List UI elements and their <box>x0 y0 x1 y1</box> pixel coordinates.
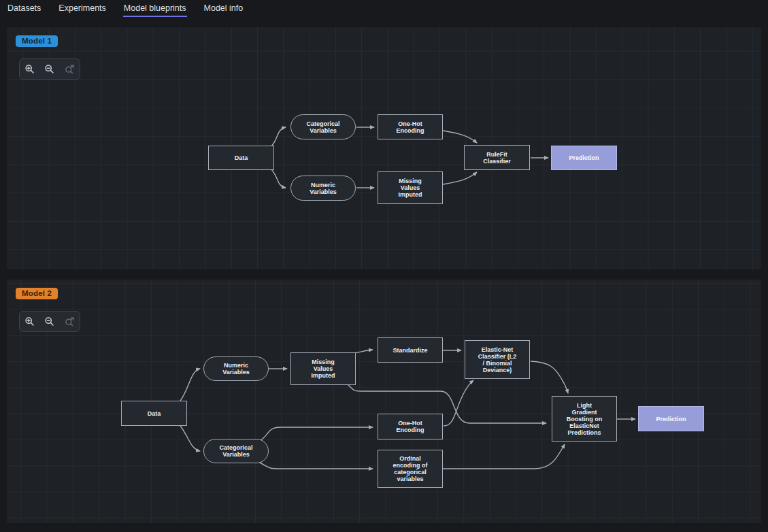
zoom-toolbar <box>19 59 80 80</box>
node-data[interactable]: Data <box>121 401 187 426</box>
tab-experiments[interactable]: Experiments <box>58 0 106 17</box>
zoom-in-button[interactable] <box>22 314 38 330</box>
node-categorical-variables[interactable]: Categorical Variables <box>203 439 269 463</box>
model-2-badge: Model 2 <box>16 288 58 299</box>
zoom-in-icon <box>24 316 35 327</box>
node-numeric-variables[interactable]: Numeric Variables <box>203 356 269 381</box>
zoom-in-button[interactable] <box>22 61 38 78</box>
blueprint-edges <box>7 27 761 269</box>
zoom-out-icon <box>44 64 54 74</box>
model-1-blueprint-panel: Model 1 DataCategorical VariablesOne-Hot… <box>7 27 761 269</box>
node-one-hot-encoding[interactable]: One-Hot Encoding <box>378 114 443 139</box>
edge-one-hot-encoding-to-elastic-net-classifier <box>444 380 473 426</box>
tab-datasets[interactable]: Datasets <box>7 0 41 17</box>
edge-data-to-categorical-variables <box>271 127 286 147</box>
edge-one-hot-encoding-to-rulefit-classifier <box>443 131 477 143</box>
node-categorical-variables[interactable]: Categorical Variables <box>290 114 356 139</box>
node-missing-values-imputed[interactable]: Missing Values Imputed <box>290 352 356 385</box>
model-1-badge: Model 1 <box>16 35 58 47</box>
zoom-fit-button[interactable] <box>61 61 78 78</box>
node-numeric-variables[interactable]: Numeric Variables <box>290 176 356 201</box>
node-prediction[interactable]: Prediction <box>638 406 704 431</box>
node-one-hot-encoding[interactable]: One-Hot Encoding <box>378 414 443 439</box>
tab-model-info[interactable]: Model info <box>203 0 244 17</box>
node-data[interactable]: Data <box>208 146 274 170</box>
edge-ordinal-encoding-to-light-gradient-boosting <box>443 444 565 469</box>
zoom-fit-icon <box>65 64 75 74</box>
tab-model-blueprints[interactable]: Model blueprints <box>123 0 187 17</box>
edge-data-to-numeric-variables <box>271 169 286 188</box>
edge-data-to-numeric-variables <box>180 369 200 401</box>
zoom-out-icon <box>44 316 54 327</box>
top-nav: Datasets Experiments Model blueprints Mo… <box>0 0 768 17</box>
edge-data-to-categorical-variables <box>180 426 200 451</box>
node-rulefit-classifier[interactable]: RuleFit Classifier <box>464 145 530 170</box>
edge-missing-values-imputed-to-rulefit-classifier <box>443 172 477 184</box>
zoom-out-button[interactable] <box>41 314 58 330</box>
node-light-gradient-boosting[interactable]: Light Gradient Boosting on ElasticNet Pr… <box>552 396 617 442</box>
edge-categorical-variables-to-one-hot-encoding <box>258 427 373 442</box>
zoom-out-button[interactable] <box>41 61 58 78</box>
zoom-fit-icon <box>65 316 75 327</box>
node-prediction[interactable]: Prediction <box>551 146 617 170</box>
edge-elastic-net-classifier-to-light-gradient-boosting <box>531 361 568 393</box>
zoom-fit-button[interactable] <box>61 314 78 330</box>
node-standardize[interactable]: Standardize <box>378 337 443 363</box>
node-ordinal-encoding[interactable]: Ordinal encoding of categorical variable… <box>378 450 443 488</box>
edge-categorical-variables-to-ordinal-encoding <box>258 462 373 469</box>
edge-missing-values-imputed-to-standardize <box>354 350 373 353</box>
zoom-toolbar <box>19 311 80 332</box>
model-2-blueprint-panel: Model 2 DataNumeric VariablesMissing Val… <box>7 280 761 523</box>
node-missing-values-imputed[interactable]: Missing Values Imputed <box>378 171 443 204</box>
zoom-in-icon <box>24 64 35 74</box>
node-elastic-net-classifier[interactable]: Elastic-Net Classifier (L2 / Binomial De… <box>465 340 530 379</box>
